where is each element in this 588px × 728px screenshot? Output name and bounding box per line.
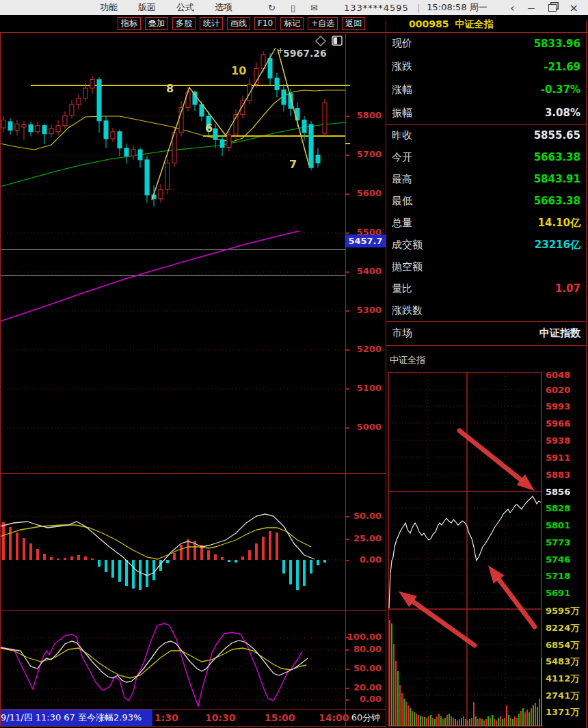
toolbar-buttons: 指标叠加多股统计画线F10标记+自选返回 (118, 17, 365, 30)
toolbar-button-多股[interactable]: 多股 (172, 17, 196, 30)
quote-row: 最低5663.38 (388, 195, 586, 208)
divider (386, 124, 587, 125)
intraday-volume-label: 5483万 (546, 656, 580, 666)
quote-label: 量比 (392, 282, 412, 295)
quote-row: 涨幅-0.37% (388, 83, 586, 96)
kdj-panel[interactable] (0, 610, 345, 709)
intraday-volume-label: 6854万 (546, 640, 580, 650)
quote-label: 成交额 (392, 239, 423, 252)
restore-icon[interactable] (548, 4, 557, 12)
quote-label: 涨跌 (392, 60, 412, 73)
axis-tick (345, 427, 349, 429)
market-row: 市场 中证指数 (388, 321, 586, 345)
divider (0, 709, 386, 710)
axis-label: 50.00 (345, 511, 382, 521)
annotation-arrow (459, 431, 521, 480)
quote-value: 1.07 (555, 282, 580, 295)
refresh-icon[interactable]: ↻ (268, 3, 276, 13)
yellow-axis-tick (345, 143, 350, 144)
toolbar-button-画线[interactable]: 画线 (227, 17, 250, 30)
axis-tick (345, 637, 349, 638)
intraday-volume-label: 1371万 (546, 707, 580, 717)
toolbar-button-+自选[interactable]: +自选 (308, 17, 338, 30)
quote-value: 5663.38 (534, 151, 580, 163)
status-bar: 9/11/四 11:30 67 至今涨幅2.93% 1:3010:3015:00… (0, 710, 345, 726)
axis-label: 5200 (345, 345, 382, 354)
toolbar-button-指标[interactable]: 指标 (118, 17, 141, 30)
axis-tick (345, 539, 349, 540)
divider (386, 321, 587, 322)
axis-tick (345, 271, 349, 273)
svg-text:7: 7 (289, 158, 297, 171)
axis-label: 0.00 (345, 555, 382, 565)
quote-label: 最高 (392, 173, 412, 186)
axis-label: 5600 (345, 189, 382, 198)
axis-tick (345, 193, 349, 195)
period-label[interactable]: 60分钟 (345, 710, 386, 726)
menu-item-options[interactable]: 选项 (215, 1, 232, 14)
intraday-price-label: 5883 (546, 470, 570, 480)
market-value: 中证指数 (539, 327, 580, 340)
frame-line (345, 32, 346, 726)
axis-label: 5500 (345, 228, 382, 237)
svg-text:6: 6 (205, 122, 213, 135)
toolbar-button-标记[interactable]: 标记 (280, 17, 304, 30)
axis-tick (345, 349, 349, 351)
quote-row: 总量14.10亿 (388, 217, 586, 230)
intraday-volume-label: 8224万 (546, 623, 580, 633)
minimize-icon[interactable]: — (528, 3, 535, 12)
intraday-price-label: 5828 (546, 503, 570, 513)
intraday-chart[interactable]: 6048602059935966593859115883585658285801… (386, 345, 588, 728)
toolbar-button-叠加[interactable]: 叠加 (145, 17, 168, 30)
quote-label: 涨幅 (392, 83, 412, 96)
svg-text:10: 10 (231, 64, 246, 77)
quote-value: 3.08% (545, 107, 580, 119)
quote-label: 现价 (392, 37, 412, 50)
menu-item-layout[interactable]: 版面 (138, 1, 156, 14)
axis-label: 100.00 (345, 632, 382, 642)
toolbar-button-F10[interactable]: F10 (254, 17, 276, 30)
axis-label: 20.00 (345, 683, 382, 692)
back-icon[interactable]: ‹ (510, 1, 514, 14)
axis-label: 5000 (345, 422, 382, 432)
axis-tick (345, 699, 349, 701)
axis-tick (345, 232, 349, 234)
quote-label: 抛空额 (392, 260, 423, 273)
quote-row: 最高5843.91 (388, 173, 586, 186)
clock: 15:08:58 周一 (427, 1, 487, 14)
axis-label: 5300 (345, 306, 382, 315)
menu-item-formula[interactable]: 公式 (176, 1, 194, 14)
stock-name: 中证全指 (455, 18, 493, 29)
quote-value: 23216亿 (535, 239, 580, 252)
intraday-price-label: 5773 (546, 537, 570, 548)
trading-terminal: 功能 版面 公式 选项 ↻ ▯ ✉ 133****4595 | 15:08:58… (0, 0, 588, 728)
close-icon[interactable]: × (570, 1, 578, 14)
toolbar-button-返回[interactable]: 返回 (342, 17, 365, 30)
axis-tick (345, 154, 349, 156)
quote-value: 14.10亿 (538, 217, 580, 230)
axis-label: 5700 (345, 150, 382, 159)
candlestick-chart[interactable]: 86107+5967.26 (0, 32, 345, 473)
intraday-volume-label: 2741万 (546, 690, 580, 701)
menu-item-function[interactable]: 功能 (100, 1, 118, 14)
axis-label: 5100 (345, 383, 382, 393)
mail-icon[interactable]: ✉ (310, 3, 318, 13)
quote-row: 成交额23216亿 (388, 239, 586, 252)
quote-summary-box: 现价5833.96涨跌-21.69涨幅-0.37%振幅3.08% (388, 32, 586, 124)
frame-line (586, 21, 587, 728)
market-label: 市场 (392, 327, 412, 340)
macd-panel[interactable] (0, 473, 345, 610)
axis-tick (345, 388, 349, 390)
stock-code: 000985 (409, 18, 449, 29)
quote-value: 5843.91 (534, 173, 580, 185)
svg-text:5967.26: 5967.26 (283, 48, 327, 59)
axis-tick (345, 310, 349, 312)
intraday-price-label: 5801 (546, 520, 570, 530)
phone-icon[interactable]: ▯ (291, 3, 295, 13)
quote-row: 现价5833.96 (388, 37, 586, 50)
toolbar-button-统计[interactable]: 统计 (200, 17, 223, 30)
menu-bar: 功能 版面 公式 选项 ↻ ▯ ✉ 133****4595 | 15:08:58… (0, 0, 588, 15)
axis-tick (345, 649, 349, 651)
time-axis-label: 1:30 (155, 710, 178, 726)
intraday-volume-label: 4112万 (546, 673, 580, 684)
